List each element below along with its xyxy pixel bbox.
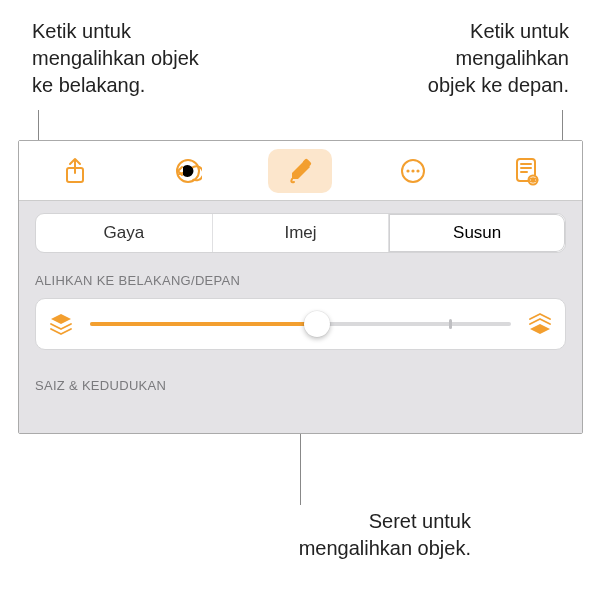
format-tabs: Gaya Imej Susun (35, 213, 566, 253)
tab-arrange[interactable]: Susun (389, 214, 565, 252)
layer-slider-row (35, 298, 566, 350)
format-body: Gaya Imej Susun ALIHKAN KE BELAKANG/DEPA… (19, 201, 582, 433)
section-size-label: SAIZ & KEDUDUKAN (35, 378, 566, 393)
svg-point-4 (406, 169, 409, 172)
share-button[interactable] (43, 149, 107, 193)
reader-view-button[interactable] (494, 149, 558, 193)
layer-slider[interactable] (90, 309, 511, 339)
bring-to-front-icon[interactable] (527, 311, 553, 337)
undo-button[interactable] (156, 149, 220, 193)
section-move-label: ALIHKAN KE BELAKANG/DEPAN (35, 273, 566, 288)
svg-point-5 (411, 169, 414, 172)
tab-style[interactable]: Gaya (36, 214, 213, 252)
slider-tick (449, 319, 452, 329)
callout-send-to-back: Ketik untuk mengalihkan objek ke belakan… (32, 18, 199, 99)
tab-image[interactable]: Imej (213, 214, 390, 252)
svg-point-6 (416, 169, 419, 172)
send-to-back-icon[interactable] (48, 311, 74, 337)
format-panel: Gaya Imej Susun ALIHKAN KE BELAKANG/DEPA… (18, 140, 583, 434)
format-button[interactable] (268, 149, 332, 193)
slider-thumb[interactable] (304, 311, 330, 337)
slider-fill (90, 322, 317, 326)
callout-drag-slider: Seret untuk mengalihkan objek. (299, 508, 471, 562)
callout-bring-to-front: Ketik untuk mengalihkan objek ke depan. (428, 18, 569, 99)
app-toolbar (19, 141, 582, 201)
more-button[interactable] (381, 149, 445, 193)
